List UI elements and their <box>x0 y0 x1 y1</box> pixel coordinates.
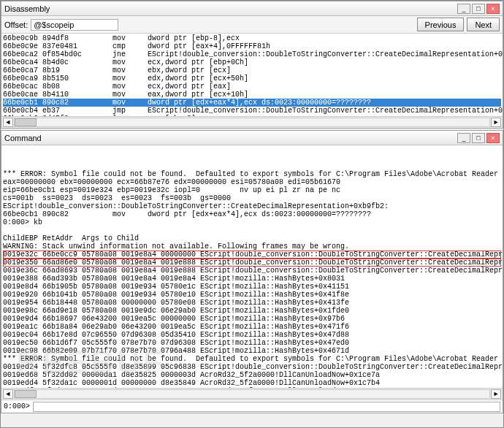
disasm-title: Disassembly <box>4 4 50 13</box>
text-line: 0:000> kb <box>3 218 501 226</box>
text-line: EScript!double_conversion::DoubleToStrin… <box>3 202 501 210</box>
text-line: 66be0ca2 0f854bd0c jne EScript!double_co… <box>3 50 501 58</box>
disasm-maximize-icon[interactable]: □ <box>472 4 485 14</box>
disassembly-pane: Disassembly _ □ × Offset: Previous Next … <box>1 1 503 129</box>
text-line: 0019e98c 66ad9e18 05780a08 0019e9dc 06e2… <box>3 307 501 315</box>
text-line: 0019ed68 5f32dd02 00000da1 d8e35825 0000… <box>3 371 501 379</box>
text-line: 0019e9d4 66b18697 06e43200 0019ea5c 0000… <box>3 315 501 323</box>
offset-input[interactable] <box>31 19 118 31</box>
text-line: 66be0cac 8b08 mov ecx,dword ptr [eax] <box>3 83 501 91</box>
command-titlebar: Command _ □ × <box>1 131 503 145</box>
text-line: 0019edfc 5f2d1395 0000004d3 00000000 001… <box>3 387 501 388</box>
text-line: eax=00000000 ebx=00000000 ecx=66b87e76 e… <box>3 178 501 186</box>
text-line: 0019e350 66ad86e0 05780a08 0019e8a4 0019… <box>3 259 501 267</box>
disasm-toolbar: Offset: Previous Next <box>1 16 503 34</box>
scroll-right-icon[interactable]: ► <box>491 389 501 399</box>
text-line: 66be0c9b 894df8 mov dword ptr [ebp-8],ec… <box>3 34 501 42</box>
text-line: 66be0cb4 eb37 jmp EScript!double_convers… <box>3 107 501 115</box>
text-line: 0019ec98 66b82e09 07b71f70 078e7b70 0796… <box>3 347 501 355</box>
previous-button[interactable]: Previous <box>417 18 465 31</box>
text-line: *** ERROR: Symbol file could not be foun… <box>3 170 501 178</box>
disasm-body[interactable]: 66be0c9b 894df8 mov dword ptr [ebp-8],ec… <box>1 34 503 116</box>
text-line: 66be0c9e 837e0481 cmp dword ptr [eax+4],… <box>3 42 501 50</box>
disasm-close-icon[interactable]: × <box>486 4 500 14</box>
command-input[interactable] <box>33 402 500 412</box>
text-line: 0019ed24 5f32dfc8 05c555f0 d8e35899 05c9… <box>3 363 501 371</box>
cmd-close-icon[interactable]: × <box>486 133 500 143</box>
text-line: 0019ec04 66b17e8d 07c96550 07d96308 05d3… <box>3 331 501 339</box>
cmd-scrollbar[interactable]: ◄ ► <box>1 388 503 400</box>
text-line: 0019ea1c 66b18a84 06e29ab0 06e43200 0019… <box>3 323 501 331</box>
text-line: ChildEBP RetAddr Args to Child <box>3 234 501 242</box>
text-line: WARNING: Stack unwind information not av… <box>3 242 501 251</box>
command-title: Command <box>4 134 42 142</box>
text-line: 66be0ca7 8b19 mov ebx,dword ptr [ecx] <box>3 66 501 74</box>
next-button[interactable]: Next <box>467 18 500 31</box>
text-line <box>3 226 501 234</box>
scroll-left-icon[interactable]: ◄ <box>3 389 13 399</box>
disasm-minimize-icon[interactable]: _ <box>457 4 470 14</box>
text-line: eip=66be0cb1 esp=0019e324 ebp=0019e32c i… <box>3 186 501 194</box>
command-prompt: 0:000> <box>4 402 30 410</box>
disasm-titlebar: Disassembly _ □ × <box>1 1 503 16</box>
text-line: 0019edd4 5f32da1c 0000001d 00000000 d8e3… <box>3 379 501 387</box>
text-line: 66be0cb1 890c82 mov dword ptr [edx+eax*4… <box>3 99 501 107</box>
cmd-maximize-icon[interactable]: □ <box>472 133 485 143</box>
scroll-left-icon[interactable]: ◄ <box>3 118 13 127</box>
command-pane: Command _ □ × *** ERROR: Symbol file cou… <box>1 130 503 413</box>
text-line: 66be0ca4 8b4d0c mov ecx,dword ptr [ebp+0… <box>3 58 501 66</box>
text-line: *** ERROR: Symbol file could not be foun… <box>3 355 501 363</box>
scroll-thumb[interactable] <box>15 390 37 398</box>
text-line: 0019ec50 66b1d6f7 05c555f0 078e7b70 07d9… <box>3 339 501 347</box>
cmd-minimize-icon[interactable]: _ <box>457 133 470 143</box>
text-line: 0019e8d4 66b1905b 05780a08 0019e934 0578… <box>3 283 501 291</box>
text-line: cs=001b ss=0023 ds=0023 es=0023 fs=003b … <box>3 194 501 202</box>
text-line: 66be0ca9 8b5150 mov edx,dword ptr [ecx+5… <box>3 74 501 83</box>
text-line: 66be0cb6 8d45f8 lea eax,[ebp-8] <box>3 115 501 116</box>
text-line: 0019e388 66ad393b 05780a08 0019e8a4 0019… <box>3 275 501 283</box>
text-line: 66be0cae 8b4110 mov eax,dword ptr [ecx+1… <box>3 91 501 99</box>
scroll-thumb[interactable] <box>15 118 37 126</box>
scroll-track[interactable] <box>14 389 490 399</box>
text-line: 0019e32c 66be0cc9 05780a08 0019e8a4 0000… <box>3 251 501 259</box>
text-line: 0019e920 66b1041b 05780a08 0019e934 0578… <box>3 291 501 299</box>
scroll-track[interactable] <box>14 118 490 127</box>
disasm-scrollbar[interactable]: ◄ ► <box>1 116 503 128</box>
offset-label: Offset: <box>4 20 28 29</box>
text-line: 0019e36c 66ad8693 05780a08 0019e8a4 0019… <box>3 267 501 275</box>
text-line: 0019e954 66b18448 05780a08 00000000 0578… <box>3 299 501 307</box>
text-line: 66be0cb1 890c82 mov dword ptr [edx+eax*4… <box>3 210 501 218</box>
command-output[interactable]: *** ERROR: Symbol file could not be foun… <box>1 145 503 388</box>
scroll-right-icon[interactable]: ► <box>491 118 501 127</box>
command-input-row: 0:000> <box>1 400 503 413</box>
